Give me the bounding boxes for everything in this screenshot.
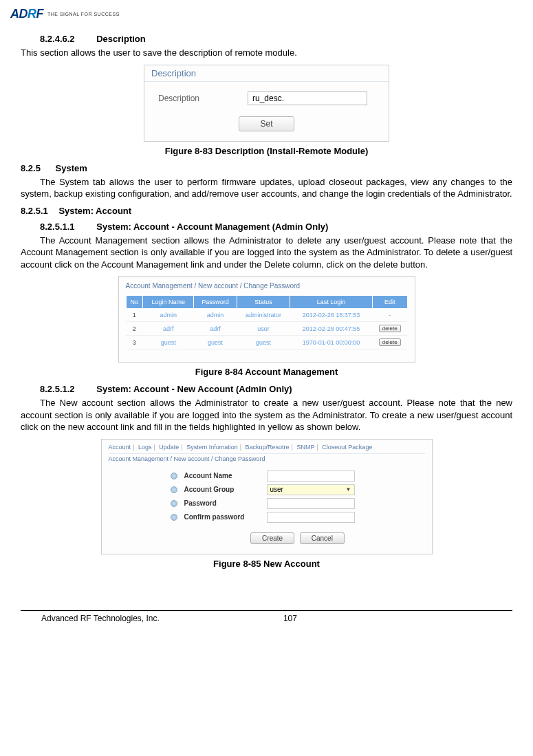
footer-company: Advanced RF Technologies, Inc. (41, 614, 160, 623)
cell-lastlogin: 2012-02-28 18:37:53 (290, 309, 373, 322)
tab-logs[interactable]: Logs (138, 444, 152, 451)
description-label: Description (151, 94, 227, 103)
cell-login: adrf (143, 322, 194, 336)
cell-status: user (237, 322, 290, 336)
table-row: 3 guest guest guest 1970-01-01 00:00:00 … (126, 336, 407, 349)
page-footer: Advanced RF Technologies, Inc. 107 (21, 610, 512, 623)
paragraph-account-mgmt: The Account Management section allows th… (21, 235, 512, 271)
confirm-password-label: Confirm password (184, 513, 260, 521)
account-group-select[interactable]: user ▼ (267, 484, 355, 495)
heading-8-2-5-1-2: 8.2.5.1.2 System: Account - New Account … (40, 384, 512, 394)
cell-edit: - (372, 309, 407, 322)
panel-title: Description (144, 65, 389, 82)
password-label: Password (184, 499, 260, 507)
figure-83-panel: Description Description Set (144, 65, 389, 142)
cell-password: adrf (194, 322, 237, 336)
tab-sysinfo[interactable]: System Infomation (186, 444, 238, 451)
create-button[interactable]: Create (250, 532, 294, 544)
heading-number: 8.2.5 (21, 163, 41, 173)
heading-8-2-4-6-2: 8.2.4.6.2 Description (40, 34, 512, 44)
paragraph-system: The System tab allows the user to perfor… (21, 176, 512, 200)
cell-no: 1 (126, 309, 143, 322)
brand-header: ADRF THE SIGNAL FOR SUCCESS (10, 7, 512, 21)
heading-8-2-5-1-1: 8.2.5.1.1 System: Account - Account Mana… (40, 222, 512, 232)
confirm-password-input[interactable] (267, 512, 355, 523)
select-value: user (270, 486, 283, 493)
tab-closeout[interactable]: Closeout Package (322, 444, 372, 451)
bullet-icon (171, 486, 177, 493)
heading-title: System: Account - Account Management (Ad… (96, 222, 328, 232)
paragraph-new-account: The New account section allows the Admin… (21, 397, 512, 433)
heading-8-2-5-1: 8.2.5.1 System: Account (21, 206, 512, 216)
col-no: No (126, 296, 143, 309)
tab-backup[interactable]: Backup/Resotre (246, 444, 290, 451)
figure-84-caption: Figure 8-84 Account Management (21, 367, 512, 377)
col-login: Login Name (143, 296, 194, 309)
delete-button[interactable]: delete (379, 325, 401, 332)
bullet-icon (171, 473, 177, 479)
cell-status: administrator (237, 309, 290, 322)
cell-edit: delete (372, 336, 407, 349)
password-input[interactable] (267, 498, 355, 509)
brand-tagline: THE SIGNAL FOR SUCCESS (47, 12, 120, 17)
heading-number: 8.2.4.6.2 (40, 34, 75, 44)
footer-page-number: 107 (283, 614, 297, 623)
cell-status: guest (237, 336, 290, 349)
col-lastlogin: Last Login (290, 296, 373, 309)
table-row: 2 adrf adrf user 2012-02-28 00:47:55 del… (126, 322, 407, 336)
bullet-icon (171, 514, 177, 521)
breadcrumb: Account Management / New account / Chang… (126, 282, 408, 290)
heading-title: System: Account (58, 206, 131, 216)
set-button[interactable]: Set (239, 116, 294, 131)
heading-number: 8.2.5.1.1 (40, 222, 75, 232)
heading-number: 8.2.5.1 (21, 206, 48, 216)
tab-snmp[interactable]: SNMP (296, 444, 314, 451)
cancel-button[interactable]: Cancel (300, 532, 345, 544)
account-name-label: Account Name (184, 472, 260, 479)
col-edit: Edit (372, 296, 407, 309)
cell-password: admin (194, 309, 237, 322)
heading-8-2-5: 8.2.5 System (21, 163, 512, 173)
col-password: Password (194, 296, 237, 309)
figure-84-panel: Account Management / New account / Chang… (118, 276, 415, 363)
table-row: 1 admin admin administrator 2012-02-28 1… (126, 309, 407, 322)
figure-85-panel: Account| Logs| Update| System Infomation… (101, 439, 433, 554)
chevron-down-icon: ▼ (346, 486, 351, 493)
cell-no: 3 (126, 336, 143, 349)
cell-login: admin (143, 309, 194, 322)
cell-password: guest (194, 336, 237, 349)
tab-update[interactable]: Update (159, 444, 179, 451)
breadcrumb: Account Management / New account / Chang… (109, 455, 425, 462)
delete-button[interactable]: delete (379, 338, 401, 346)
brand-logo-text: ADRF (10, 7, 43, 21)
cell-login: guest (143, 336, 194, 349)
bullet-icon (171, 500, 177, 507)
heading-title: Description (96, 34, 146, 44)
account-name-input[interactable] (267, 471, 355, 482)
account-table: No Login Name Password Status Last Login… (126, 295, 408, 349)
figure-83-caption: Figure 8-83 Description (Install-Remote … (21, 146, 512, 156)
col-status: Status (237, 296, 290, 309)
heading-number: 8.2.5.1.2 (40, 384, 75, 394)
account-group-label: Account Group (184, 486, 260, 493)
system-tabs: Account| Logs| Update| System Infomation… (109, 444, 425, 454)
description-input[interactable] (248, 91, 367, 105)
paragraph-description: This section allows the user to save the… (21, 47, 512, 59)
cell-lastlogin: 2012-02-28 00:47:55 (290, 322, 373, 336)
heading-title: System (56, 163, 87, 173)
tab-account[interactable]: Account (109, 444, 131, 451)
cell-lastlogin: 1970-01-01 00:00:00 (290, 336, 373, 349)
heading-title: System: Account - New Account (Admin Onl… (96, 384, 292, 394)
figure-85-caption: Figure 8-85 New Account (21, 559, 512, 569)
cell-no: 2 (126, 322, 143, 336)
cell-edit: delete (372, 322, 407, 336)
